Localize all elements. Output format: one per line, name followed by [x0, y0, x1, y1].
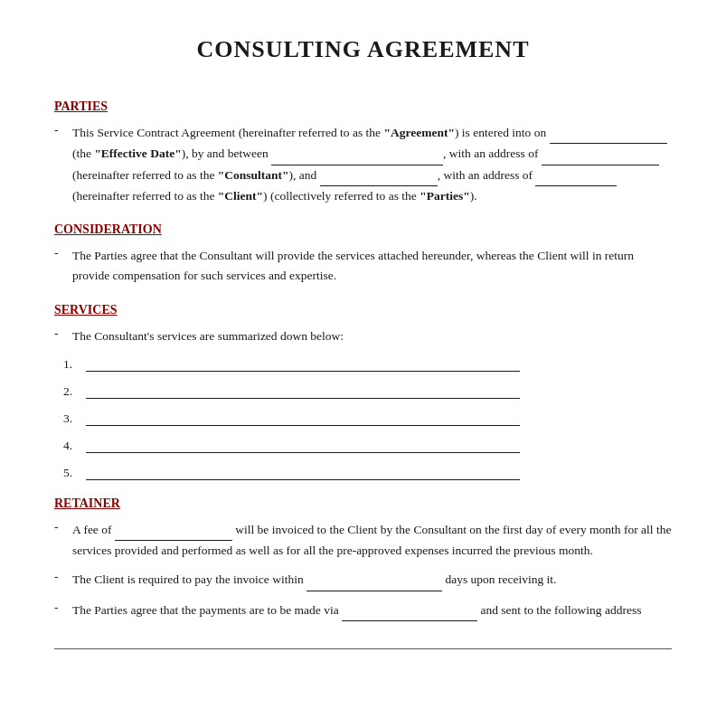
bullet-dash-2: -: [54, 246, 72, 287]
service-number-5: 5.: [63, 466, 86, 480]
service-blank-2: [86, 383, 520, 399]
parties-bullet-1: - This Service Contract Agreement (herei…: [54, 123, 672, 206]
service-item-2: 2.: [63, 383, 672, 399]
party1-blank: [271, 144, 443, 165]
retainer-bullet-1: - A fee of will be invoiced to the Clien…: [54, 520, 672, 562]
service-blank-4: [86, 437, 520, 453]
agreement-term: "Agreement": [383, 126, 454, 139]
service-item-4: 4.: [63, 437, 672, 453]
fee-blank: [115, 520, 232, 541]
services-intro-item: - The Consultant's services are summariz…: [54, 326, 672, 346]
retainer-bullet-3: - The Parties agree that the payments ar…: [54, 600, 672, 621]
service-blank-3: [86, 410, 520, 426]
parties-section: PARTIES - This Service Contract Agreemen…: [54, 99, 672, 206]
effective-date-term: "Effective Date": [94, 147, 181, 160]
parties-term: "Parties": [420, 189, 469, 203]
service-item-1: 1.: [63, 355, 672, 372]
consultant-term: "Consultant": [218, 168, 289, 182]
bullet-dash-5: -: [54, 570, 72, 591]
party2-address-blank: [535, 165, 617, 186]
bullet-dash-6: -: [54, 600, 72, 621]
bullet-dash-4: -: [54, 520, 72, 562]
effective-date-blank: [550, 123, 667, 144]
service-blank-1: [86, 355, 520, 372]
bullet-dash: -: [54, 123, 72, 206]
payment-method-blank: [342, 600, 477, 621]
consideration-heading: CONSIDERATION: [54, 222, 672, 237]
consideration-section: CONSIDERATION - The Parties agree that t…: [54, 222, 672, 287]
parties-text: This Service Contract Agreement (hereina…: [72, 123, 672, 206]
bottom-divider: [54, 648, 672, 649]
party1-address-blank: [542, 144, 659, 165]
retainer-text-2: The Client is required to pay the invoic…: [72, 570, 672, 591]
services-list: 1. 2. 3. 4. 5.: [63, 355, 672, 480]
service-item-5: 5.: [63, 464, 672, 480]
payment-days-blank: [306, 570, 442, 591]
services-intro-text: The Consultant's services are summarized…: [72, 326, 672, 346]
service-blank-5: [86, 464, 520, 480]
consideration-text: The Parties agree that the Consultant wi…: [72, 246, 672, 287]
service-number-2: 2.: [63, 384, 86, 399]
service-item-3: 3.: [63, 410, 672, 426]
retainer-text-3: The Parties agree that the payments are …: [72, 600, 672, 621]
service-number-1: 1.: [63, 357, 86, 372]
document-container: CONSULTING AGREEMENT PARTIES - This Serv…: [54, 36, 672, 649]
client-term: "Client": [218, 189, 263, 203]
services-heading: SERVICES: [54, 303, 672, 317]
consideration-bullet-1: - The Parties agree that the Consultant …: [54, 246, 672, 287]
party2-blank: [320, 165, 438, 186]
retainer-heading: RETAINER: [54, 496, 672, 511]
document-title: CONSULTING AGREEMENT: [54, 36, 672, 63]
retainer-bullet-2: - The Client is required to pay the invo…: [54, 570, 672, 591]
retainer-text-1: A fee of will be invoiced to the Client …: [72, 520, 672, 562]
retainer-section: RETAINER - A fee of will be invoiced to …: [54, 496, 672, 621]
service-number-4: 4.: [63, 439, 86, 453]
services-section: SERVICES - The Consultant's services are…: [54, 303, 672, 480]
service-number-3: 3.: [63, 411, 86, 426]
parties-heading: PARTIES: [54, 99, 672, 114]
bullet-dash-3: -: [54, 326, 72, 346]
